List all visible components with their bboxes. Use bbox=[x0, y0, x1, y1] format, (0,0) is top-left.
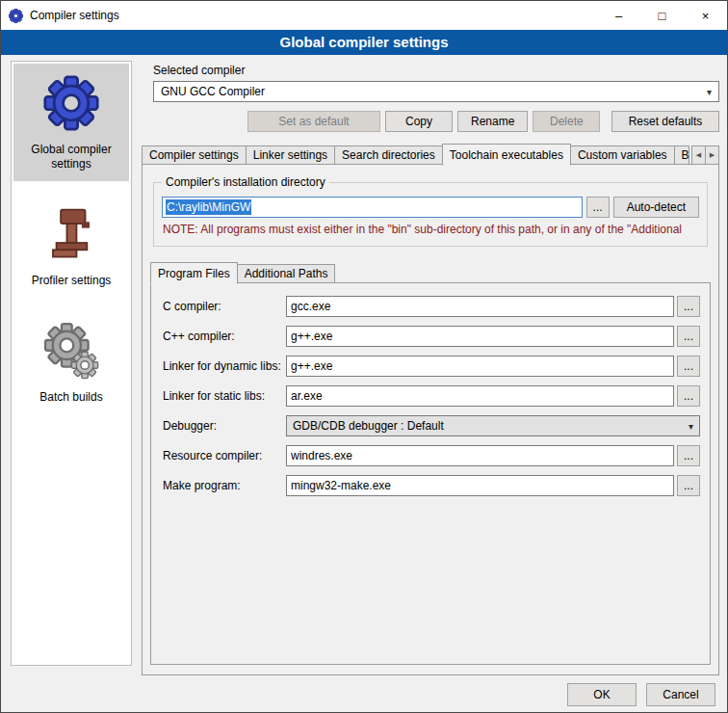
titlebar: Compiler settings – □ × bbox=[1, 1, 727, 30]
app-gear-icon bbox=[9, 8, 24, 23]
chevron-down-icon: ▾ bbox=[707, 87, 712, 97]
close-button[interactable]: × bbox=[684, 1, 727, 30]
profiler-tool-icon bbox=[15, 202, 127, 266]
sidebar-item-global-compiler-settings[interactable]: Global compiler settings bbox=[13, 64, 129, 181]
selected-compiler-label: Selected compiler bbox=[153, 64, 719, 77]
subtab-additional-paths[interactable]: Additional Paths bbox=[237, 264, 336, 283]
sidebar-item-batch-builds[interactable]: Batch builds bbox=[13, 311, 129, 414]
tab-compiler-settings[interactable]: Compiler settings bbox=[142, 145, 247, 165]
tab-scroll-left-icon[interactable]: ◀ bbox=[691, 145, 706, 165]
sidebar-item-label: Global compiler settings bbox=[15, 143, 127, 172]
linker-dynamic-browse-button[interactable]: ... bbox=[677, 356, 700, 377]
delete-button[interactable]: Delete bbox=[533, 111, 600, 132]
resource-compiler-input[interactable] bbox=[286, 445, 674, 466]
program-files-panel: C compiler: ... C++ compiler: ... Linker… bbox=[150, 282, 711, 665]
cpp-compiler-browse-button[interactable]: ... bbox=[677, 326, 700, 347]
field-row-debugger: Debugger: GDB/CDB debugger : Default ▾ bbox=[163, 415, 700, 436]
field-row-cpp-compiler: C++ compiler: ... bbox=[163, 326, 700, 347]
compiler-settings-window: Compiler settings – □ × Global compiler … bbox=[0, 0, 728, 713]
cancel-button[interactable]: Cancel bbox=[646, 683, 715, 706]
sidebar: Global compiler settings Profiler settin… bbox=[11, 61, 132, 666]
main-panel: Selected compiler GNU GCC Compiler ▾ Set… bbox=[142, 61, 719, 675]
program-files-tabstrip: Program Files Additional Paths bbox=[150, 262, 711, 283]
dialog-footer: OK Cancel bbox=[1, 675, 727, 713]
cpp-compiler-label: C++ compiler: bbox=[163, 330, 286, 343]
sidebar-item-label: Batch builds bbox=[15, 390, 127, 405]
auto-detect-button[interactable]: Auto-detect bbox=[613, 197, 699, 218]
c-compiler-label: C compiler: bbox=[163, 300, 286, 313]
minimize-button[interactable]: – bbox=[597, 1, 640, 30]
linker-dynamic-input[interactable] bbox=[286, 356, 674, 377]
installation-directory-group: Compiler's installation directory C:\ray… bbox=[153, 182, 708, 247]
tab-search-directories[interactable]: Search directories bbox=[334, 145, 443, 165]
make-program-label: Make program: bbox=[163, 479, 286, 492]
field-row-linker-static: Linker for static libs: ... bbox=[163, 385, 700, 407]
subtab-program-files[interactable]: Program Files bbox=[150, 262, 238, 284]
linker-static-input[interactable] bbox=[286, 385, 674, 407]
make-program-browse-button[interactable]: ... bbox=[677, 475, 700, 496]
cpp-compiler-input[interactable] bbox=[286, 326, 674, 347]
installation-directory-input[interactable]: C:\raylib\MinGW bbox=[162, 197, 583, 218]
maximize-button[interactable]: □ bbox=[640, 1, 684, 30]
make-program-input[interactable] bbox=[286, 475, 674, 496]
resource-compiler-browse-button[interactable]: ... bbox=[677, 445, 700, 466]
compiler-button-row: Set as default Copy Rename Delete Reset … bbox=[153, 111, 719, 132]
installation-directory-value: C:\raylib\MinGW bbox=[166, 199, 251, 215]
gray-gears-icon bbox=[15, 319, 127, 383]
field-row-resource-compiler: Resource compiler: ... bbox=[163, 445, 700, 466]
sidebar-item-label: Profiler settings bbox=[15, 274, 127, 288]
selected-compiler-value: GNU GCC Compiler bbox=[161, 85, 265, 98]
c-compiler-input[interactable] bbox=[286, 296, 674, 317]
tab-linker-settings[interactable]: Linker settings bbox=[246, 145, 335, 165]
debugger-label: Debugger: bbox=[163, 419, 286, 433]
tab-scroll-right-icon[interactable]: ▶ bbox=[705, 145, 719, 165]
tab-toolchain-executables[interactable]: Toolchain executables bbox=[442, 144, 571, 166]
linker-dynamic-label: Linker for dynamic libs: bbox=[163, 359, 286, 373]
selected-compiler-dropdown[interactable]: GNU GCC Compiler ▾ bbox=[153, 81, 719, 102]
browse-directory-button[interactable]: ... bbox=[586, 197, 610, 218]
dialog-header: Global compiler settings bbox=[1, 30, 727, 55]
blue-gear-icon bbox=[15, 71, 127, 135]
linker-static-label: Linker for static libs: bbox=[163, 389, 286, 403]
toolchain-executables-panel: Compiler's installation directory C:\ray… bbox=[142, 164, 719, 675]
tab-custom-variables[interactable]: Custom variables bbox=[570, 145, 675, 165]
ok-button[interactable]: OK bbox=[567, 683, 637, 706]
tab-build-options[interactable]: Buil bbox=[674, 145, 689, 165]
debugger-dropdown[interactable]: GDB/CDB debugger : Default ▾ bbox=[286, 415, 700, 436]
debugger-value: GDB/CDB debugger : Default bbox=[293, 419, 444, 433]
set-as-default-button[interactable]: Set as default bbox=[247, 111, 380, 132]
installation-directory-group-title: Compiler's installation directory bbox=[162, 175, 329, 189]
field-row-make-program: Make program: ... bbox=[163, 475, 700, 496]
rename-button[interactable]: Rename bbox=[457, 111, 528, 132]
linker-static-browse-button[interactable]: ... bbox=[677, 385, 700, 407]
field-row-linker-dynamic: Linker for dynamic libs: ... bbox=[163, 356, 700, 377]
reset-defaults-button[interactable]: Reset defaults bbox=[611, 111, 719, 132]
copy-button[interactable]: Copy bbox=[385, 111, 453, 132]
settings-tabstrip: Compiler settings Linker settings Search… bbox=[142, 144, 719, 165]
field-row-c-compiler: C compiler: ... bbox=[163, 296, 700, 317]
installation-note: NOTE: All programs must exist either in … bbox=[163, 223, 699, 236]
window-title: Compiler settings bbox=[30, 9, 597, 22]
resource-compiler-label: Resource compiler: bbox=[163, 449, 286, 462]
c-compiler-browse-button[interactable]: ... bbox=[677, 296, 700, 317]
chevron-down-icon: ▾ bbox=[689, 421, 693, 432]
sidebar-item-profiler-settings[interactable]: Profiler settings bbox=[13, 195, 129, 298]
